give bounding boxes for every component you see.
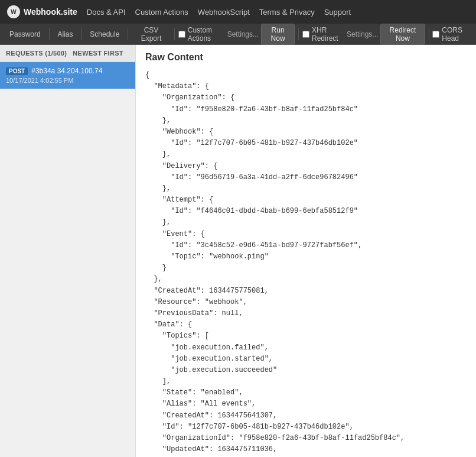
divider-5 bbox=[298, 28, 299, 40]
json-line: "job.execution.succeeded" bbox=[145, 365, 467, 376]
redirect-now-button[interactable]: Redirect Now bbox=[380, 24, 425, 45]
requests-count: REQUESTS (1/500) bbox=[6, 50, 67, 57]
json-line: }, bbox=[145, 183, 467, 195]
nav-webhookscript[interactable]: WebhookScript bbox=[198, 8, 250, 17]
json-line-text: "CreatedAt": 1634475641307, bbox=[145, 411, 277, 420]
json-line: }, bbox=[145, 149, 467, 160]
json-line-text: "State": "enabled", bbox=[145, 388, 243, 397]
json-line-text: "Attempt": { bbox=[145, 196, 213, 204]
json-line-text: "Data": { bbox=[145, 320, 192, 329]
toolbar: Password Alias Schedule CSV Export Custo… bbox=[0, 24, 476, 45]
divider-2 bbox=[81, 28, 82, 40]
json-line-text: "CreatedAt": 1634475775081, bbox=[145, 287, 269, 295]
json-line-text: }, bbox=[145, 184, 171, 193]
request-ip-text: 34.204.100.74 bbox=[57, 67, 103, 75]
json-line: ➤ "Id": "f958e820-f2a6-43bf-b8af-11fad25… bbox=[145, 104, 467, 115]
sidebar-header: REQUESTS (1/500) Newest First bbox=[0, 45, 135, 62]
json-line: "Attempt": { bbox=[145, 195, 467, 206]
json-line-text: "Resource": "webhook", bbox=[145, 298, 247, 306]
json-line-text: "job.execution.succeeded" bbox=[145, 366, 277, 374]
content-area: Raw Content { "Metadata": { "Organizatio… bbox=[136, 45, 476, 457]
request-id: #3b34a bbox=[31, 67, 57, 75]
json-line: "Topic": "webhook.ping" bbox=[145, 251, 467, 262]
json-line: } bbox=[145, 262, 467, 274]
json-content: { "Metadata": { "Organization": {➤ "Id":… bbox=[145, 70, 467, 457]
divider-6 bbox=[429, 28, 429, 40]
csv-export-button[interactable]: CSV Export bbox=[132, 24, 171, 45]
json-line-text: { bbox=[145, 71, 149, 79]
divider-3 bbox=[128, 28, 128, 40]
custom-actions-toggle[interactable]: Custom Actions bbox=[178, 26, 225, 43]
json-line: "Webhook": { bbox=[145, 127, 467, 138]
password-button[interactable]: Password bbox=[5, 28, 45, 41]
sidebar: REQUESTS (1/500) Newest First POST #3b34… bbox=[0, 45, 136, 457]
method-badge: POST bbox=[6, 67, 28, 75]
cors-head-checkbox[interactable] bbox=[432, 31, 439, 38]
json-line: "UpdatedAt": 1634475711036, bbox=[145, 444, 467, 455]
json-line-text: }, bbox=[145, 116, 171, 125]
nav-custom-actions[interactable]: Custom Actions bbox=[135, 8, 188, 17]
json-line: "OrganizationId": "f958e820-f2a6-43bf-b8… bbox=[145, 433, 467, 444]
logo[interactable]: W Webhook.site bbox=[7, 5, 77, 18]
json-line: "job.execution.started", bbox=[145, 354, 467, 365]
json-line-text: }, bbox=[145, 150, 171, 158]
custom-actions-label: Custom Actions bbox=[188, 26, 225, 43]
nav-terms-privacy[interactable]: Terms & Privacy bbox=[259, 8, 315, 17]
cors-head-toggle[interactable]: CORS Head bbox=[432, 26, 471, 43]
content-title: Raw Content bbox=[145, 52, 467, 63]
json-line-text: }, bbox=[145, 218, 171, 226]
json-line: "Data": { bbox=[145, 319, 467, 330]
json-line-text: "Id": "3c458c52-e9d6-451a-bd97-9727fabf5… bbox=[145, 241, 362, 249]
xhr-redirect-toggle[interactable]: XHR Redirect bbox=[302, 26, 344, 43]
json-line-text: "Alias": "All events", bbox=[145, 400, 256, 408]
json-line: "Organization": { bbox=[145, 92, 467, 103]
json-line-text: "UpdatedAt": 1634475711036, bbox=[145, 445, 277, 453]
json-line-text: "Event": { bbox=[145, 230, 205, 238]
json-line: "Id": "96d56719-6a3a-41dd-a2ff-6dce96782… bbox=[145, 172, 467, 183]
json-line: "job.execution.failed", bbox=[145, 342, 467, 354]
xhr-redirect-checkbox[interactable] bbox=[302, 31, 309, 38]
json-line-text: "Id": "f4646c01-dbdd-4bab-b699-6ebfa5851… bbox=[145, 207, 358, 215]
json-line-text: "PreviousData": null, bbox=[145, 309, 243, 317]
json-line: "State": "enabled", bbox=[145, 387, 467, 398]
json-line-text: "Id": "96d56719-6a3a-41dd-a2ff-6dce96782… bbox=[145, 173, 358, 181]
json-line: "Metadata": { bbox=[145, 81, 467, 92]
json-line: "CreatedAt": 1634475641307, bbox=[145, 410, 467, 422]
main-layout: REQUESTS (1/500) Newest First POST #3b34… bbox=[0, 45, 476, 457]
json-line: }, bbox=[145, 274, 467, 285]
json-line-text: }, bbox=[145, 275, 162, 283]
custom-actions-checkbox[interactable] bbox=[178, 31, 185, 38]
json-line-text: "Metadata": { bbox=[145, 82, 209, 90]
json-line-text: "job.execution.failed", bbox=[145, 343, 269, 352]
raw-content-wrapper: { "Metadata": { "Organization": {➤ "Id":… bbox=[145, 70, 467, 457]
json-line-text: "Id": "12f7c707-6b05-481b-b927-437b46db1… bbox=[145, 139, 358, 147]
json-line-text: "Delivery": { bbox=[145, 162, 217, 170]
request-item[interactable]: POST #3b34a 34.204.100.74 10/17/2021 4:0… bbox=[0, 62, 135, 89]
run-now-button[interactable]: Run Now bbox=[261, 24, 295, 45]
settings2-link[interactable]: Settings... bbox=[347, 30, 378, 38]
json-line: }, bbox=[145, 217, 467, 228]
request-id-ip: #3b34a 34.204.100.74 bbox=[31, 67, 102, 75]
cors-head-label: CORS Head bbox=[442, 26, 471, 43]
json-line: "Id": "3c458c52-e9d6-451a-bd97-9727fabf5… bbox=[145, 240, 467, 251]
json-line: "Id": "12f7c707-6b05-481b-b927-437b46db1… bbox=[145, 422, 467, 433]
xhr-redirect-label: XHR Redirect bbox=[312, 26, 344, 43]
json-line: "Event": { bbox=[145, 229, 467, 240]
json-line-text: "Topics": [ bbox=[145, 332, 209, 340]
json-line: "Id": "f4646c01-dbdd-4bab-b699-6ebfa5851… bbox=[145, 206, 467, 217]
json-line: "Id": "12f7c707-6b05-481b-b927-437b46db1… bbox=[145, 138, 467, 149]
json-line: "Alias": "All events", bbox=[145, 398, 467, 410]
nav-docs[interactable]: Docs & API bbox=[87, 8, 126, 17]
json-line-text: "Id": "f958e820-f2a6-43bf-b8af-11fad25bf… bbox=[145, 105, 358, 114]
logo-icon: W bbox=[7, 5, 20, 18]
json-line-text: "Organization": { bbox=[145, 93, 234, 102]
request-item-top: POST #3b34a 34.204.100.74 bbox=[6, 67, 129, 75]
json-line: ➤ "CreatedAt": 1634475775081, bbox=[145, 286, 467, 297]
alias-button[interactable]: Alias bbox=[53, 28, 77, 41]
json-line-text: } bbox=[145, 264, 167, 272]
nav-support[interactable]: Support bbox=[324, 8, 351, 17]
schedule-button[interactable]: Schedule bbox=[85, 28, 124, 41]
json-line: "Topics": [ bbox=[145, 330, 467, 342]
request-time: 10/17/2021 4:02:55 PM bbox=[6, 77, 129, 84]
settings1-link[interactable]: Settings... bbox=[227, 30, 259, 38]
